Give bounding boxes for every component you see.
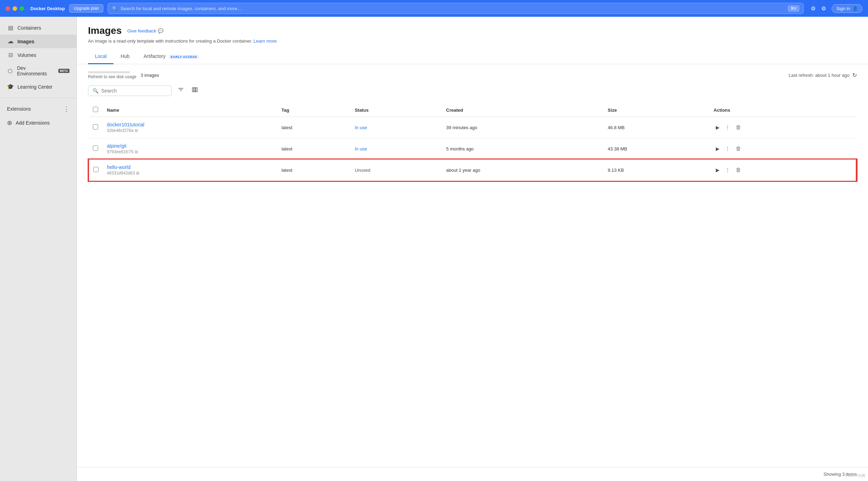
minimize-button[interactable] xyxy=(13,6,17,11)
image-name-link[interactable]: hello-world xyxy=(107,164,131,170)
table-row: hello-world 46331d942d63 ⧉ latest Unused… xyxy=(89,160,856,181)
image-hash: 46331d942d63 ⧉ xyxy=(107,171,273,176)
sidebar-item-label: Volumes xyxy=(17,52,36,58)
more-actions-button[interactable]: ⋮ xyxy=(723,166,732,174)
refresh-info: Refresh to see disk usage xyxy=(88,71,137,79)
row-checkbox[interactable] xyxy=(93,146,98,151)
row-checkbox[interactable] xyxy=(93,167,98,172)
sidebar-item-label: Images xyxy=(17,39,34,44)
beta-badge: BETA xyxy=(58,69,69,73)
feedback-icon: 💬 xyxy=(158,28,163,34)
learn-more-link[interactable]: Learn more xyxy=(253,38,277,44)
status-cell: In use xyxy=(351,138,442,160)
signin-label: Sign in xyxy=(836,6,850,11)
status-badge: In use xyxy=(355,146,367,151)
col-status: Status xyxy=(351,103,442,117)
images-count: 3 images xyxy=(141,73,159,78)
close-button[interactable] xyxy=(6,6,10,11)
table-body: docker101tutorial 32be46cf278a ⧉ latest … xyxy=(89,117,856,181)
image-name: hello-world xyxy=(107,164,273,170)
toolbar-left: Refresh to see disk usage 3 images xyxy=(88,71,159,79)
size-cell: 46.8 MB xyxy=(604,117,709,138)
name-cell: hello-world 46331d942d63 ⧉ xyxy=(103,160,277,181)
image-name: alpine/git xyxy=(107,143,273,149)
col-name: Name xyxy=(103,103,277,117)
image-name-link[interactable]: alpine/git xyxy=(107,143,126,149)
extensions-section[interactable]: Extensions ⋮ xyxy=(0,102,76,116)
extensions-icon[interactable]: ⚙ xyxy=(811,5,816,12)
images-table: Name Tag Status Created Size Actions xyxy=(88,103,857,181)
global-search-placeholder: Search for local and remote images, cont… xyxy=(120,6,242,11)
tag-cell: latest xyxy=(277,138,351,160)
row-checkbox-cell xyxy=(89,117,103,138)
image-hash: 32be46cf278a ⧉ xyxy=(107,128,273,133)
sidebar-item-dev-environments[interactable]: ⬡ Dev Environments BETA xyxy=(0,62,76,80)
status-badge: In use xyxy=(355,125,367,130)
add-extensions-label: Add Extensions xyxy=(16,120,50,126)
content-area: Images Give feedback 💬 An image is a rea… xyxy=(77,17,868,481)
filter-button[interactable] xyxy=(176,85,186,96)
columns-button[interactable] xyxy=(190,85,200,96)
traffic-lights xyxy=(6,6,24,11)
row-checkbox-cell xyxy=(89,160,103,181)
size-cell: 43.38 MB xyxy=(604,138,709,160)
refresh-icon[interactable]: ↻ xyxy=(852,72,857,79)
images-icon: ☁ xyxy=(7,38,14,45)
search-icon: 🔍 xyxy=(93,88,98,94)
titlebar-actions: ⚙ ⚙ Sign in 👤 xyxy=(811,4,862,13)
more-actions-button[interactable]: ⋮ xyxy=(723,145,732,153)
actions-cell: ▶ ⋮ 🗑 xyxy=(709,117,856,138)
add-extensions-item[interactable]: ⊕ Add Extensions xyxy=(0,116,76,130)
sidebar-item-containers[interactable]: ▤ Containers xyxy=(0,21,76,35)
add-icon: ⊕ xyxy=(7,119,12,127)
size-cell: 9.13 KB xyxy=(604,160,709,181)
actions-group: ▶ ⋮ 🗑 xyxy=(714,165,852,175)
early-access-badge: EARLY ACCESS xyxy=(169,55,199,59)
search-filter-row: 🔍 xyxy=(88,85,857,96)
created-cell: 5 months ago xyxy=(442,138,604,160)
more-actions-button[interactable]: ⋮ xyxy=(723,123,732,132)
content-header: Images Give feedback 💬 An image is a rea… xyxy=(77,17,868,49)
run-button[interactable]: ▶ xyxy=(714,123,722,132)
upgrade-button[interactable]: Upgrade plan xyxy=(69,4,103,13)
image-name-link[interactable]: docker101tutorial xyxy=(107,122,144,127)
search-input-wrap[interactable]: 🔍 xyxy=(88,86,172,96)
signin-button[interactable]: Sign in 👤 xyxy=(832,4,862,13)
actions-group: ▶ ⋮ 🗑 xyxy=(714,123,852,132)
sidebar-item-learning-center[interactable]: 🎓 Learning Center xyxy=(0,80,76,94)
tab-hub[interactable]: Hub xyxy=(113,49,137,64)
page-title-row: Images Give feedback 💬 xyxy=(88,25,857,36)
delete-button[interactable]: 🗑 xyxy=(734,123,743,132)
image-name: docker101tutorial xyxy=(107,122,273,127)
titlebar: Docker Desktop Upgrade plan 🔍 Search for… xyxy=(0,0,868,17)
run-button[interactable]: ▶ xyxy=(714,145,722,153)
delete-button[interactable]: 🗑 xyxy=(734,165,743,175)
feedback-link[interactable]: Give feedback 💬 xyxy=(127,28,163,34)
sidebar-item-volumes[interactable]: ⊟ Volumes xyxy=(0,48,76,62)
tab-artifactory[interactable]: Artifactory EARLY ACCESS xyxy=(137,49,206,64)
copy-hash-icon[interactable]: ⧉ xyxy=(135,149,138,154)
copy-hash-icon[interactable]: ⧉ xyxy=(136,171,139,176)
settings-icon[interactable]: ⚙ xyxy=(821,5,826,12)
name-cell: alpine/git 9793ee61fc75 ⧉ xyxy=(103,138,277,160)
svg-rect-5 xyxy=(196,88,197,92)
learning-center-icon: 🎓 xyxy=(7,83,14,90)
page-subtitle: An image is a read-only template with in… xyxy=(88,38,857,44)
tab-local[interactable]: Local xyxy=(88,49,113,64)
extensions-more-icon[interactable]: ⋮ xyxy=(63,105,69,113)
sidebar-item-images[interactable]: ☁ Images xyxy=(0,35,76,48)
maximize-button[interactable] xyxy=(20,6,24,11)
delete-button[interactable]: 🗑 xyxy=(734,144,743,153)
sidebar-item-label: Learning Center xyxy=(17,84,52,90)
watermark: CSDN ©找圈 xyxy=(845,473,865,478)
copy-hash-icon[interactable]: ⧉ xyxy=(135,128,138,133)
row-checkbox[interactable] xyxy=(93,124,98,130)
actions-cell: ▶ ⋮ 🗑 xyxy=(709,160,856,181)
global-search-bar[interactable]: 🔍 Search for local and remote images, co… xyxy=(108,3,804,14)
select-all-checkbox[interactable] xyxy=(93,107,98,112)
search-input[interactable] xyxy=(101,88,167,94)
status-cell: In use xyxy=(351,117,442,138)
search-shortcut: ⌘K xyxy=(788,6,799,12)
created-cell: 39 minutes ago xyxy=(442,117,604,138)
run-button[interactable]: ▶ xyxy=(714,166,722,174)
